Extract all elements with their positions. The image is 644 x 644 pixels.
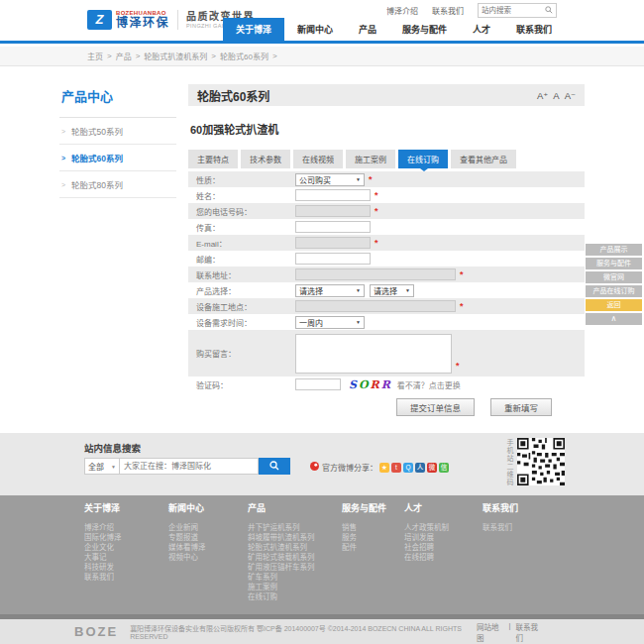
field-label: 购买留言： [188,334,295,359]
contact-link[interactable]: 联系我们 [515,621,543,643]
worksite-field[interactable] [295,300,456,312]
breadcrumb-products[interactable]: 产品 [116,51,132,61]
site-info-search-band: 站内信息搜索 全部 ▼ 官方微博 分享： ★ t Q 人 [0,433,644,495]
product-category-select[interactable]: 请选择 ▼ [295,284,365,297]
footer-link[interactable]: 博泽介绍 [84,523,122,533]
font-normal-button[interactable]: A [553,90,559,101]
breadcrumb-series-group[interactable]: 轮胎式扒渣机系列 [144,51,207,61]
submit-order-button[interactable]: 提交订单信息 [396,398,475,416]
nav-item-products[interactable]: 产品 [346,18,389,41]
info-search-button[interactable] [259,458,290,475]
top-link-intro[interactable]: 博泽介绍 [386,5,418,16]
tab-video[interactable]: 在线视频 [293,150,343,168]
footer-link[interactable]: 国际化博泽 [84,533,122,543]
tab-other-products[interactable]: 查看其他产品 [451,150,516,168]
site-search-box[interactable] [478,3,557,18]
need-time-select[interactable]: 一周内 ▼ [295,316,365,329]
footer-link[interactable]: 科技研发 [84,563,122,573]
footer-link[interactable]: 在线招聘 [404,553,449,563]
breadcrumb-series[interactable]: 轮胎式60系列 [220,51,268,61]
top-utility-links: 博泽介绍 联系我们 [386,3,557,18]
captcha-field[interactable] [295,378,341,390]
search-icon[interactable] [545,6,553,16]
required-mark: * [460,269,464,279]
font-size-controls: A⁺ A A⁻ [537,90,576,101]
footer-link[interactable]: 社会招聘 [404,543,449,553]
float-item-micro-site[interactable]: 微官网 [586,271,642,283]
sidebar-item-series-60[interactable]: > 轮胎式60系列 [59,145,176,171]
share-sina-weibo-icon[interactable]: 微 [427,463,437,473]
search-band-title: 站内信息搜索 [84,441,141,455]
chevron-right-icon: > [61,181,65,188]
footer-link[interactable]: 斜坡履带扒渣机系列 [248,533,315,543]
tab-online-order[interactable]: 在线订购 [398,150,448,168]
fax-field[interactable] [295,221,371,233]
footer-link[interactable]: 联系我们 [84,573,122,583]
reset-form-button[interactable]: 重新填写 [490,398,552,416]
footer-link[interactable]: 媒体看博泽 [168,543,206,553]
address-field[interactable] [295,268,456,280]
zipcode-field[interactable] [295,253,371,265]
nav-item-contact[interactable]: 联系我们 [503,18,565,41]
footer-link[interactable]: 人才政策机制 [404,523,449,533]
share-tencent-weibo-icon[interactable]: t [391,463,401,473]
footer-link[interactable]: 大事记 [84,553,122,563]
float-item-back[interactable]: 返回 [586,299,642,311]
footer-link[interactable]: 视频中心 [168,553,206,563]
message-textarea[interactable] [295,334,452,374]
footer-link[interactable]: 联系我们 [483,523,518,533]
footer-link[interactable]: 企业文化 [84,543,122,553]
tab-cases[interactable]: 施工案例 [346,150,395,168]
nav-item-service-parts[interactable]: 服务与配件 [389,18,460,41]
mobile-site-qr-code [517,438,565,485]
phone-field[interactable] [295,205,371,217]
field-label: 设备需求时间： [188,317,295,328]
footer-link[interactable]: 企业新闻 [168,523,206,533]
font-decrease-button[interactable]: A⁻ [565,90,576,101]
nav-item-talent[interactable]: 人才 [460,18,503,41]
footer-link[interactable]: 轮胎式扒渣机系列 [248,543,315,553]
float-item-product-display[interactable]: 产品展示 [586,244,642,256]
form-row-address: 联系地址： * [188,267,585,282]
font-increase-button[interactable]: A⁺ [537,90,548,101]
breadcrumb-home[interactable]: 主页 [87,51,103,61]
footer-link[interactable]: 服务 [342,533,386,543]
share-qq-icon[interactable]: Q [403,463,413,473]
footer-link[interactable]: 矿用液压锚杆车系列 [248,563,315,573]
footer-link[interactable]: 井下铲运机系列 [248,523,315,533]
tab-features[interactable]: 主要特点 [188,150,238,168]
footer-link[interactable]: 培训发展 [404,533,449,543]
tab-specs[interactable]: 技术参数 [241,150,290,168]
float-item-online-order[interactable]: 产品在线订购 [586,285,642,297]
footer-link[interactable]: 施工案例 [248,583,315,592]
footer-link[interactable]: 矿车系列 [248,573,315,583]
float-item-service-parts[interactable]: 服务与配件 [586,258,642,269]
product-model-select[interactable]: 请选择 ▼ [370,284,414,297]
email-field[interactable] [295,237,371,249]
sidebar-item-series-50[interactable]: > 轮胎式50系列 [59,118,176,145]
footer-link[interactable]: 销售 [342,523,386,533]
footer-link[interactable]: 矿用轮式装载机系列 [248,553,315,563]
sitemap-link[interactable]: 网站地图 [477,621,504,643]
site-search-input[interactable] [482,6,545,15]
share-wechat-icon[interactable]: 信 [439,463,449,473]
nav-item-about[interactable]: 关于博泽 [223,18,284,41]
footer-link[interactable]: 配件 [342,543,386,553]
name-field[interactable] [295,189,371,201]
footer-link[interactable]: 在线订购 [248,592,315,602]
nature-select[interactable]: 公司购买 ▼ [295,173,365,186]
info-search-input[interactable] [120,458,259,475]
footer-link[interactable]: 专题报道 [168,533,206,543]
top-link-contact[interactable]: 联系我们 [432,5,464,16]
back-to-top-button[interactable]: ∧ [586,313,642,325]
sidebar-item-series-80[interactable]: > 轮胎式80系列 [59,171,176,198]
share-renren-icon[interactable]: 人 [415,463,425,473]
breadcrumb-separator: > [211,52,216,60]
bottom-link-separator: | [508,621,510,643]
search-category-select[interactable]: 全部 ▼ [84,458,120,475]
captcha-refresh-link[interactable]: 看不清？点击更换 [397,379,461,390]
official-weibo-link[interactable]: 官方微博 [310,462,354,473]
share-qzone-icon[interactable]: ★ [379,463,389,473]
nav-item-news[interactable]: 新闻中心 [284,18,346,41]
required-mark: * [375,238,378,248]
